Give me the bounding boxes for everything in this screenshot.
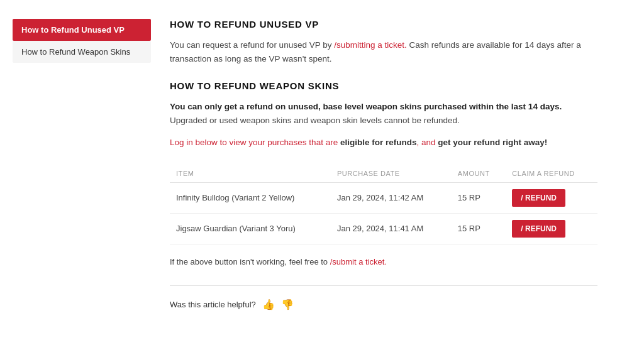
sidebar: How to Refund Unused VP How to Refund We… [13,19,151,310]
helpful-label: Was this article helpful? [170,300,256,309]
page-wrapper: How to Refund Unused VP How to Refund We… [0,0,644,329]
heading-unused-vp: HOW TO REFUND UNUSED VP [170,19,597,30]
login-get-refund: get your refund right away! [438,138,547,147]
submit-ticket-link[interactable]: /submit a ticket. [330,257,387,266]
cell-refund-2: / REFUND [506,213,597,244]
login-text: Log in below to view your purchases that… [170,136,597,150]
cell-date-1: Jan 29, 2024, 11:42 AM [331,182,452,213]
main-content: HOW TO REFUND UNUSED VP You can request … [170,19,597,310]
col-header-amount: AMOUNT [452,165,506,183]
section-unused-vp: HOW TO REFUND UNUSED VP You can request … [170,19,597,65]
body-rest: Upgraded or used weapon skins and weapon… [170,116,460,125]
heading-weapon-skins: HOW TO REFUND WEAPON SKINS [170,80,597,91]
col-header-claim: CLAIM A REFUND [506,165,597,183]
login-pre: Log in below to view your purchases that… [170,138,340,147]
section-weapon-skins: HOW TO REFUND WEAPON SKINS You can only … [170,80,597,150]
cell-refund-1: / REFUND [506,182,597,213]
refund-button-1[interactable]: / REFUND [512,189,565,207]
intro-text: You can request a refund for unused VP b… [170,38,597,65]
col-header-item: ITEM [170,165,331,183]
intro-pre: You can request a refund for unused VP b… [170,40,334,50]
divider [170,285,597,286]
footer-note: If the above button isn't working, feel … [170,257,597,266]
table-header-row: ITEM PURCHASE DATE AMOUNT CLAIM A REFUND [170,165,597,183]
thumb-down-icon[interactable]: 👎 [281,299,294,310]
footer-note-pre: If the above button isn't working, feel … [170,257,330,266]
login-mid: , and [416,138,438,147]
col-header-date: PURCHASE DATE [331,165,452,183]
thumb-up-icon[interactable]: 👍 [262,299,275,310]
submitting-ticket-link[interactable]: /submitting a ticket. [334,40,407,50]
table-row: Infinity Bulldog (Variant 2 Yellow) Jan … [170,182,597,213]
cell-item-1: Infinity Bulldog (Variant 2 Yellow) [170,182,331,213]
refund-button-2[interactable]: / REFUND [512,220,565,238]
sidebar-item-weapon-skins[interactable]: How to Refund Weapon Skins [13,41,151,63]
login-eligible: eligible for refunds [340,138,417,147]
cell-item-2: Jigsaw Guardian (Variant 3 Yoru) [170,213,331,244]
table-row: Jigsaw Guardian (Variant 3 Yoru) Jan 29,… [170,213,597,244]
body-bold: You can only get a refund on unused, bas… [170,102,562,111]
helpful-section: Was this article helpful? 👍 👎 [170,299,597,310]
cell-date-2: Jan 29, 2024, 11:41 AM [331,213,452,244]
cell-amount-1: 15 RP [452,182,506,213]
sidebar-item-unused-vp[interactable]: How to Refund Unused VP [13,19,151,41]
refund-table: ITEM PURCHASE DATE AMOUNT CLAIM A REFUND… [170,165,597,244]
body-text-skins: You can only get a refund on unused, bas… [170,100,597,127]
cell-amount-2: 15 RP [452,213,506,244]
